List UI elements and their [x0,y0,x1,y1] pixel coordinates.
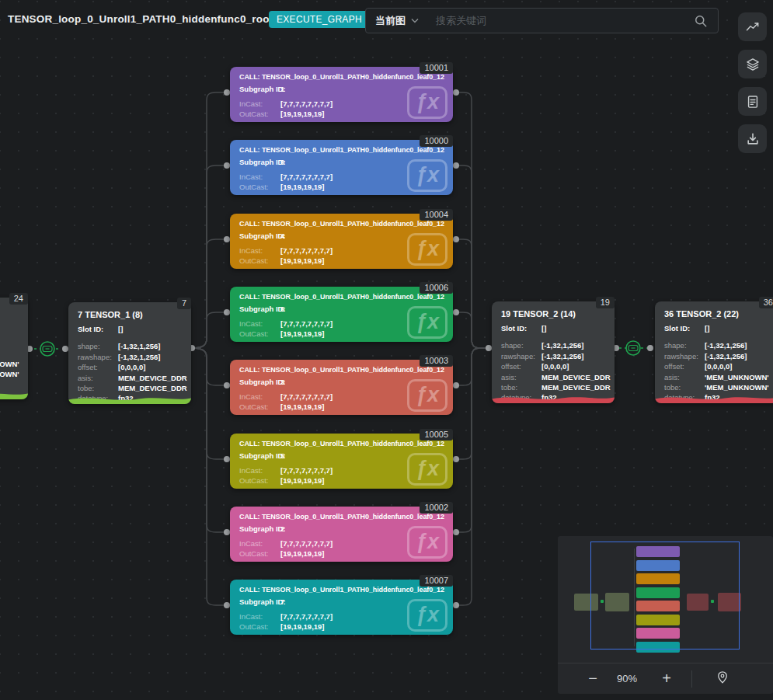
outcast-value: [19,19,19,19] [280,182,325,192]
node-id-badge: 10002 [420,502,453,514]
call-node-10003[interactable]: CALL: TENSOR_loop_0_Unroll1_PATH0_hidden… [230,360,453,415]
download-icon [745,131,761,147]
outcast-value: [19,19,19,19] [280,109,325,119]
node-id-badge: 10004 [420,209,453,221]
incast-value: [7,7,7,7,7,7,7,7] [280,392,333,402]
line-chart-button[interactable] [738,12,767,41]
report-icon [745,94,761,110]
layers-button[interactable] [738,50,767,78]
zoom-in-button[interactable]: + [655,667,678,690]
page-title: TENSOR_loop_0_Unroll1_PATH0_hiddenfunc0_… [8,13,291,25]
subgraph-id-value: 7 [280,597,284,607]
report-button[interactable] [738,87,767,116]
incast-value: [7,7,7,7,7,7,7,7] [280,538,333,549]
outcast-value: [19,19,19,19] [280,475,325,486]
tensor-node-7[interactable]: 7 TENSOR_1 (8) Slot ID:[] shape:[-1,32,1… [68,302,191,404]
graph-scope-dropdown[interactable]: 当前图 [375,14,419,28]
subgraph-id-value: 0 [280,157,284,167]
cast-link-right [619,341,647,355]
call-node-10002[interactable]: CALL: TENSOR_loop_0_Unroll1_PATH0_hidden… [230,507,453,562]
subgraph-id-value: 4 [280,231,284,241]
node-id-badge: 10001 [420,62,453,74]
minimap-canvas[interactable] [558,536,773,663]
tensor-node-title: 36 TENSOR_2 (22) [655,301,773,319]
fx-function-icon: ƒx [407,86,447,119]
tensor-node-19[interactable]: 19 TENSOR_2 (14) Slot ID:[] shape:[-1,32… [492,301,615,403]
subgraph-id-value: 5 [280,451,284,461]
zoom-out-button[interactable]: − [581,667,604,690]
subgraph-id-value: 3 [280,377,284,387]
execute-graph-button[interactable]: EXECUTE_GRAPH [269,11,370,28]
incast-value: [7,7,7,7,7,7,7,7] [280,611,333,622]
tensor-node-24[interactable]: Slot ID:[] shape:[-1,32,1,256] rawshape:… [0,298,28,399]
outcast-value: [19,19,19,19] [280,256,325,266]
download-button[interactable] [738,124,767,153]
fx-function-icon: ƒx [407,599,447,632]
status-stripe [0,389,28,399]
search-bar[interactable]: 当前图 搜索关键词 [365,8,719,33]
status-stripe [492,393,615,403]
incast-value: [7,7,7,7,7,7,7,7] [280,465,333,475]
divider [691,670,692,688]
node-id-badge: 24 [9,293,28,305]
fx-function-icon: ƒx [407,159,447,192]
side-toolbar [738,12,769,153]
node-id-badge: 19 [596,297,615,308]
outcast-value: [19,19,19,19] [280,549,325,559]
status-stripe [655,393,773,403]
outcast-value: [19,19,19,19] [280,329,325,339]
subgraph-id-value: 2 [280,524,284,534]
subgraph-id-value: 6 [280,304,284,314]
search-icon[interactable] [693,13,709,29]
call-node-10006[interactable]: CALL: TENSOR_loop_0_Unroll1_PATH0_hidden… [230,287,453,342]
node-id-badge: 36 [759,297,773,308]
incast-value: [7,7,7,7,7,7,7,7] [280,99,333,109]
zoom-controls: − 90% + [558,663,773,694]
fx-function-icon: ƒx [407,306,447,339]
subgraph-id-value: 1 [280,84,284,94]
cast-link-left [34,342,61,356]
node-id-badge: 10007 [420,575,453,587]
call-node-10007[interactable]: CALL: TENSOR_loop_0_Unroll1_PATH0_hidden… [230,580,453,635]
tensor-node-36[interactable]: 36 TENSOR_2 (22) Slot ID:[] shape:[-1,32… [655,301,773,403]
node-id-badge: 10000 [420,135,453,147]
call-node-10000[interactable]: CALL: TENSOR_loop_0_Unroll1_PATH0_hidden… [230,140,453,195]
incast-value: [7,7,7,7,7,7,7,7] [280,319,333,329]
layers-icon [745,57,761,72]
call-node-10004[interactable]: CALL: TENSOR_loop_0_Unroll1_PATH0_hidden… [230,214,453,269]
tensor-node-title: 7 TENSOR_1 (8) [68,302,191,319]
line-chart-icon [745,19,761,35]
minimap-viewport[interactable] [590,542,740,650]
chevron-down-icon [411,18,419,23]
outcast-value: [19,19,19,19] [280,622,325,632]
fx-function-icon: ƒx [407,379,447,412]
fx-function-icon: ƒx [407,453,447,486]
top-bar: TENSOR_loop_0_Unroll1_PATH0_hiddenfunc0_… [0,0,773,40]
minimap-panel: − 90% + [558,536,773,694]
locate-button[interactable] [710,666,735,691]
incast-value: [7,7,7,7,7,7,7,7] [280,172,333,182]
call-node-10005[interactable]: CALL: TENSOR_loop_0_Unroll1_PATH0_hidden… [230,434,453,489]
node-id-badge: 7 [177,298,191,309]
incast-value: [7,7,7,7,7,7,7,7] [280,246,333,256]
node-id-badge: 10005 [420,429,453,441]
call-node-10001[interactable]: CALL: TENSOR_loop_0_Unroll1_PATH0_hidden… [230,67,453,122]
location-pin-icon [716,670,729,684]
status-stripe [68,394,191,404]
graph-scope-label: 当前图 [375,14,406,28]
fx-function-icon: ƒx [407,526,447,559]
fx-function-icon: ƒx [407,233,447,266]
zoom-level: 90% [617,673,637,684]
outcast-value: [19,19,19,19] [280,402,325,412]
node-id-badge: 10003 [420,355,453,367]
search-input[interactable]: 搜索关键词 [436,14,693,28]
node-id-badge: 10006 [420,282,453,294]
